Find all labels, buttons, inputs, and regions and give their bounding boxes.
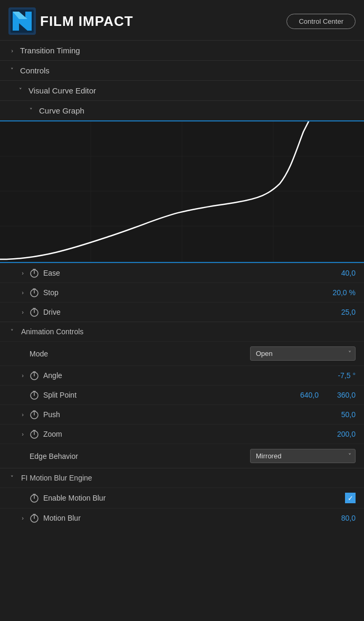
ease-value: 40,0 xyxy=(324,269,356,277)
angle-stopwatch-icon xyxy=(30,371,39,380)
zoom-stopwatch-icon xyxy=(30,429,39,439)
visual-curve-editor-label: Visual Curve Editor xyxy=(28,86,96,95)
curve-graph-label: Curve Graph xyxy=(39,106,84,115)
zoom-row[interactable]: › Zoom 200,0 xyxy=(0,424,364,444)
angle-row[interactable]: › Angle -7,5 ° xyxy=(0,365,364,385)
push-row[interactable]: › Push 50,0 xyxy=(0,404,364,424)
curve-graph-chevron-down: ˅ xyxy=(27,107,35,115)
enable-motion-blur-stopwatch-icon xyxy=(30,493,39,503)
angle-chevron-right: › xyxy=(19,372,26,379)
fi-motion-blur-label: FI Motion Blur Engine xyxy=(21,474,92,482)
zoom-chevron-right: › xyxy=(19,430,26,438)
mode-dropdown[interactable]: Open Closed Loop xyxy=(250,346,356,361)
motion-blur-value: 80,0 xyxy=(324,514,356,522)
mode-row[interactable]: Mode Open Closed Loop ˅ xyxy=(0,341,364,365)
ease-chevron-right: › xyxy=(19,269,26,277)
enable-motion-blur-label: Enable Motion Blur xyxy=(43,494,345,502)
checkbox-check-icon: ✓ xyxy=(348,494,353,502)
drive-stopwatch-icon xyxy=(30,307,39,317)
split-point-row[interactable]: › Split Point 640,0 360,0 xyxy=(0,385,364,404)
ease-label: Ease xyxy=(43,269,324,277)
stop-stopwatch-icon xyxy=(30,288,39,297)
motion-blur-row[interactable]: › Motion Blur 80,0 xyxy=(0,508,364,528)
stop-chevron-right: › xyxy=(19,289,26,296)
split-point-stopwatch-icon xyxy=(30,390,39,400)
transition-timing-chevron-right: › xyxy=(8,47,16,54)
drive-label: Drive xyxy=(43,308,324,316)
push-value: 50,0 xyxy=(324,410,356,419)
enable-motion-blur-row[interactable]: › Enable Motion Blur ✓ xyxy=(0,487,364,508)
drive-value: 25,0 xyxy=(324,308,356,316)
edge-behavior-dropdown-container[interactable]: Mirrored Repeat None ˅ xyxy=(250,449,356,463)
motion-blur-chevron-right: › xyxy=(19,514,26,522)
animation-controls-label: Animation Controls xyxy=(21,327,83,336)
split-point-y: 360,0 xyxy=(324,391,356,399)
drive-chevron-right: › xyxy=(19,308,26,316)
logo-container: FILM IMPACT xyxy=(8,7,133,35)
split-point-x: 640,0 xyxy=(287,391,319,399)
push-stopwatch-icon xyxy=(30,410,39,419)
controls-row[interactable]: ˅ Controls xyxy=(0,60,364,80)
transition-timing-row[interactable]: › Transition Timing xyxy=(0,40,364,60)
fi-motion-blur-section[interactable]: ˅ FI Motion Blur Engine xyxy=(0,468,364,487)
controls-chevron-down: ˅ xyxy=(8,67,16,74)
stop-value: 20,0 % xyxy=(324,288,356,297)
ease-row[interactable]: › Ease 40,0 xyxy=(0,263,364,283)
zoom-label: Zoom xyxy=(43,430,324,438)
visual-curve-editor-row[interactable]: ˅ Visual Curve Editor xyxy=(0,80,364,100)
drive-row[interactable]: › Drive 25,0 xyxy=(0,302,364,322)
animation-controls-chevron-down: ˅ xyxy=(8,328,16,335)
mode-dropdown-container[interactable]: Open Closed Loop ˅ xyxy=(250,346,356,361)
angle-label: Angle xyxy=(43,371,324,380)
push-chevron-right: › xyxy=(19,411,26,418)
motion-blur-label: Motion Blur xyxy=(43,514,324,522)
stop-label: Stop xyxy=(43,288,324,297)
fi-motion-blur-chevron-down: ˅ xyxy=(8,474,16,482)
angle-value: -7,5 ° xyxy=(324,371,356,380)
animation-controls-section[interactable]: ˅ Animation Controls xyxy=(0,322,364,341)
curve-graph-canvas[interactable] xyxy=(0,120,364,263)
mode-label: Mode xyxy=(30,350,250,358)
film-impact-logo-icon xyxy=(8,7,36,35)
header: FILM IMPACT Control Center xyxy=(0,0,364,40)
controls-label: Controls xyxy=(20,66,50,75)
push-label: Push xyxy=(43,410,324,419)
split-point-label: Split Point xyxy=(43,391,287,399)
logo-text: FILM IMPACT xyxy=(40,13,133,30)
motion-blur-stopwatch-icon xyxy=(30,513,39,523)
edge-behavior-label: Edge Behavior xyxy=(30,452,250,460)
control-center-button[interactable]: Control Center xyxy=(286,14,356,29)
curve-graph-row[interactable]: ˅ Curve Graph xyxy=(0,100,364,120)
transition-timing-label: Transition Timing xyxy=(20,46,80,55)
enable-motion-blur-checkbox[interactable]: ✓ xyxy=(345,493,356,503)
edge-behavior-row[interactable]: Edge Behavior Mirrored Repeat None ˅ xyxy=(0,444,364,468)
ease-stopwatch-icon xyxy=(30,268,39,278)
zoom-value: 200,0 xyxy=(324,430,356,438)
stop-row[interactable]: › Stop 20,0 % xyxy=(0,283,364,302)
edge-behavior-dropdown[interactable]: Mirrored Repeat None xyxy=(250,449,356,463)
visual-curve-editor-chevron-down: ˅ xyxy=(17,87,24,95)
